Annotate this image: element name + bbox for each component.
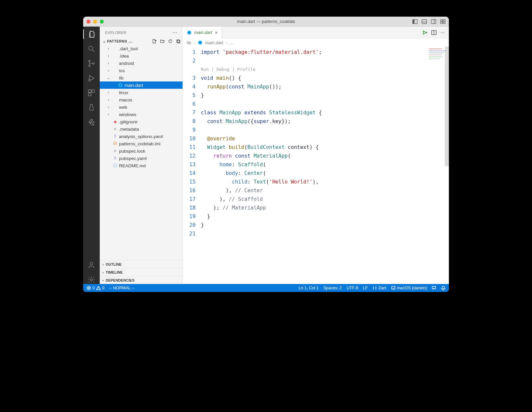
code-line[interactable]: const MainApp({super.key}); bbox=[201, 117, 449, 126]
file-item[interactable]: main.dart bbox=[100, 81, 183, 89]
code-line[interactable]: return const MaterialApp( bbox=[201, 152, 449, 160]
code-line[interactable]: body: Center( bbox=[201, 169, 449, 178]
code-line[interactable]: @override bbox=[201, 134, 449, 143]
file-item[interactable]: !pubspec.yaml bbox=[100, 155, 183, 162]
breadcrumbs[interactable]: lib › main.dart › ... bbox=[183, 39, 449, 47]
code-line[interactable]: runApp(const MainApp()); bbox=[201, 82, 449, 91]
folder-item[interactable]: ›linux bbox=[100, 89, 183, 96]
chevron-right-icon: › bbox=[102, 262, 104, 266]
customize-layout-icon[interactable] bbox=[440, 19, 446, 24]
line-number: 17 bbox=[183, 195, 196, 204]
file-type-icon: ◆ bbox=[112, 119, 118, 124]
line-number: 12 bbox=[183, 152, 196, 160]
editor-tabs: main.dart × ··· bbox=[183, 27, 449, 39]
toggle-panel-icon[interactable] bbox=[422, 19, 427, 24]
code-line[interactable]: child: Text('Hello World!'), bbox=[201, 178, 449, 186]
minimize-window-button[interactable] bbox=[93, 20, 97, 24]
code-line[interactable]: home: Scaffold( bbox=[201, 160, 449, 169]
new-file-icon[interactable] bbox=[152, 39, 157, 44]
code-line[interactable] bbox=[201, 126, 449, 134]
chevron-down-icon: ⌄ bbox=[102, 39, 107, 44]
run-button-icon[interactable] bbox=[422, 30, 427, 35]
line-number: 5 bbox=[183, 91, 196, 100]
folder-item[interactable]: ›ios bbox=[100, 67, 183, 74]
dependencies-panel[interactable]: › DEPENDENCIES bbox=[100, 276, 183, 284]
breadcrumb-item[interactable]: main.dart bbox=[205, 40, 223, 45]
folder-item[interactable]: ⌄lib bbox=[100, 74, 183, 81]
flutter-view-icon[interactable] bbox=[87, 118, 96, 126]
editor-group: main.dart × ··· lib › main.dart › ... 12… bbox=[183, 27, 449, 284]
testing-view-icon[interactable] bbox=[87, 103, 96, 112]
file-item[interactable]: ⦿patterns_codelab.iml bbox=[100, 140, 183, 147]
refresh-icon[interactable] bbox=[168, 39, 173, 44]
accounts-icon[interactable] bbox=[87, 261, 96, 269]
notifications-icon[interactable] bbox=[441, 286, 446, 290]
code-line[interactable]: ), // Scaffold bbox=[201, 195, 449, 204]
codelens[interactable]: Run | Debug | Profile bbox=[201, 65, 449, 74]
split-editor-icon[interactable] bbox=[431, 30, 437, 35]
code-line[interactable]: void main() { bbox=[201, 74, 449, 82]
more-actions-icon[interactable]: ··· bbox=[441, 30, 445, 36]
folder-item[interactable]: ›android bbox=[100, 60, 183, 67]
code-content[interactable]: import 'package:flutter/material.dart';R… bbox=[201, 47, 449, 284]
breadcrumb-item[interactable]: lib bbox=[187, 40, 191, 45]
code-line[interactable]: } bbox=[201, 212, 449, 221]
device-selector[interactable]: macOS (darwin) bbox=[391, 286, 427, 290]
editor-code-area[interactable]: 123456789101112131415161718192021 import… bbox=[183, 47, 449, 284]
project-name: PATTERNS_... bbox=[107, 39, 133, 43]
toggle-primary-sidebar-icon[interactable] bbox=[412, 19, 418, 24]
collapse-all-icon[interactable] bbox=[176, 39, 181, 44]
toggle-secondary-sidebar-icon[interactable] bbox=[431, 19, 436, 24]
zoom-window-button[interactable] bbox=[100, 20, 104, 24]
code-line[interactable]: class MainApp extends StatelessWidget { bbox=[201, 108, 449, 117]
file-type-icon bbox=[118, 82, 123, 88]
code-line[interactable] bbox=[201, 57, 449, 65]
new-folder-icon[interactable] bbox=[160, 39, 165, 44]
code-line[interactable]: } bbox=[201, 221, 449, 229]
settings-gear-icon[interactable] bbox=[87, 275, 96, 284]
code-line[interactable]: ), // Center bbox=[201, 186, 449, 195]
source-control-view-icon[interactable] bbox=[87, 59, 96, 68]
file-item[interactable]: ⓘREADME.md bbox=[100, 162, 183, 169]
code-line[interactable]: import 'package:flutter/material.dart'; bbox=[201, 48, 449, 57]
eol-status[interactable]: LF bbox=[363, 286, 368, 290]
breadcrumb-item[interactable]: ... bbox=[230, 40, 234, 45]
folder-item[interactable]: ›.idea bbox=[100, 52, 183, 60]
scrollbar-thumb[interactable] bbox=[445, 47, 449, 166]
explorer-view-icon[interactable] bbox=[87, 30, 96, 39]
folder-item[interactable]: ›macos bbox=[100, 96, 183, 103]
file-item[interactable]: ≡.metadata bbox=[100, 125, 183, 133]
encoding-status[interactable]: UTF-8 bbox=[346, 286, 358, 290]
project-header[interactable]: ⌄ PATTERNS_... bbox=[100, 38, 183, 44]
timeline-panel[interactable]: › TIMELINE bbox=[100, 268, 183, 276]
code-line[interactable] bbox=[201, 229, 449, 238]
folder-item[interactable]: ›windows bbox=[100, 111, 183, 118]
code-line[interactable]: ); // MaterialApp bbox=[201, 204, 449, 212]
chevron-right-icon: › bbox=[106, 54, 111, 58]
svg-rect-20 bbox=[88, 93, 91, 96]
svg-point-22 bbox=[90, 279, 92, 281]
folder-item[interactable]: ›.dart_tool bbox=[100, 45, 183, 52]
feedback-icon[interactable] bbox=[432, 286, 436, 290]
code-line[interactable]: Widget build(BuildContext context) { bbox=[201, 143, 449, 152]
code-line[interactable]: } bbox=[201, 91, 449, 100]
file-item[interactable]: !analysis_options.yaml bbox=[100, 133, 183, 140]
explorer-more-icon[interactable]: ··· bbox=[172, 30, 177, 36]
file-item[interactable]: ◆.gitignore bbox=[100, 118, 183, 125]
extensions-view-icon[interactable] bbox=[87, 88, 96, 97]
code-line[interactable] bbox=[201, 100, 449, 108]
chevron-right-icon: › bbox=[106, 90, 111, 95]
search-view-icon[interactable] bbox=[87, 45, 96, 53]
editor-tab-main-dart[interactable]: main.dart × bbox=[183, 27, 222, 39]
close-tab-icon[interactable]: × bbox=[215, 30, 217, 35]
outline-panel[interactable]: › OUTLINE bbox=[100, 260, 183, 268]
folder-item[interactable]: ›web bbox=[100, 103, 183, 111]
problems-status[interactable]: 0 0 bbox=[86, 286, 104, 290]
language-status[interactable]: Dart bbox=[372, 286, 386, 290]
run-debug-view-icon[interactable] bbox=[87, 74, 96, 82]
cursor-position[interactable]: Ln 1, Col 1 bbox=[299, 286, 319, 290]
close-window-button[interactable] bbox=[86, 20, 90, 24]
file-item[interactable]: ≡pubspec.lock bbox=[100, 147, 183, 155]
tree-item-label: android bbox=[119, 61, 134, 66]
indentation-status[interactable]: Spaces: 2 bbox=[323, 286, 342, 290]
